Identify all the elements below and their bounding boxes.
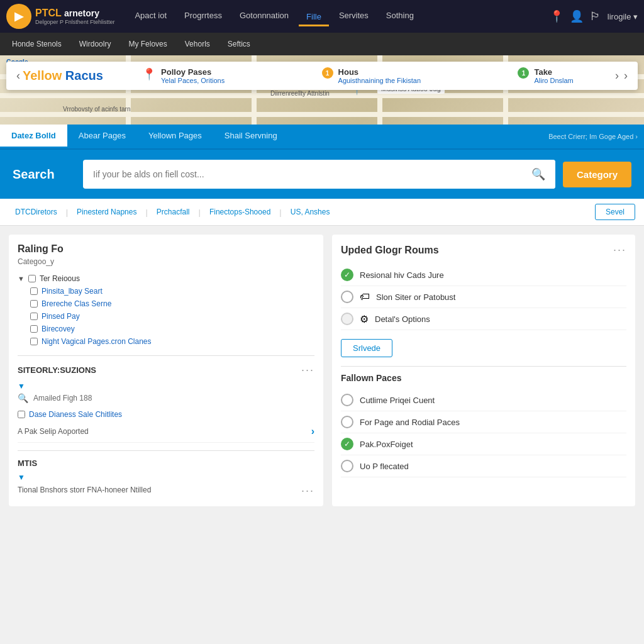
location-icon[interactable]: 📍 [550, 9, 564, 23]
filter-finectops[interactable]: Finectops-Shooed [203, 205, 277, 219]
secondary-navigation: Honde Stenols Wirdoolry My Feloves Vehor… [0, 33, 644, 55]
category-button[interactable]: Category [563, 162, 631, 187]
tree-parent-label: Ter Reioous [40, 274, 80, 283]
section2-arrow: ▼ [18, 473, 314, 482]
carousel-badge-2: 1 [518, 67, 529, 79]
main-content: Raling Fo Categoo_y ▼ Ter Reioous Pinsit… [0, 226, 644, 515]
saved-button[interactable]: Srlvede [341, 339, 392, 357]
status-dot-1 [341, 291, 353, 303]
tree-child-checkbox-2[interactable] [30, 313, 38, 320]
section2-item: Tional Bnshors storr FNA-honeer Ntilled [18, 486, 314, 494]
follow-label-3: Uo P flecated [360, 462, 409, 471]
search-submit-button[interactable]: 🔍 [521, 160, 555, 189]
carousel-item-text-2: Take Aliro Dnslam [534, 67, 573, 84]
status-dot-2 [341, 313, 353, 325]
nav-link-services[interactable]: Servites [331, 6, 376, 27]
logo-text-area: PTCL arnetory Delgoper P Fnlsthent Ftehl… [35, 8, 114, 25]
sevel-button[interactable]: Sevel [595, 204, 635, 220]
follow-label-0: Cutlime Priqei Cuent [360, 396, 435, 405]
tree-children: Pinsita_lbay Seart Brereche Clas Serne P… [18, 285, 314, 348]
filter-row: DTCDiretors | Pinesterd Napnes | Prchacf… [0, 199, 644, 226]
tree-child-3[interactable]: Birecovey [30, 323, 314, 335]
carousel-items: 📍 Polloy Pases Yelal Paces, Oritions 1 H… [103, 67, 613, 84]
tree-child-checkbox-3[interactable] [30, 325, 38, 333]
logo-icon: ▶ [6, 4, 31, 29]
carousel-item-2: 1 Take Aliro Dnslam [518, 67, 573, 84]
filter-pinesterd[interactable]: Pinesterd Napnes [70, 205, 143, 219]
nav-link-goto[interactable]: Gotonnnation [232, 6, 296, 27]
follow-dot-3 [341, 460, 353, 472]
tree-child-checkbox-4[interactable] [30, 338, 38, 345]
tree-child-1[interactable]: Brereche Clas Serne [30, 297, 314, 310]
expand-arrow-icon: ▼ [18, 382, 25, 391]
follow-label-2: Pak.PoxFoiget [360, 440, 413, 449]
top-nav-links: Apact iot Progrrtess Gotonnnation Fille … [127, 6, 536, 27]
tab-shail-servning[interactable]: Shail Servning [213, 125, 289, 148]
tree-child-0[interactable]: Pinsita_lbay Seart [30, 285, 314, 297]
follow-item-2: ✓ Pak.PoxFoiget [341, 433, 626, 455]
left-panel-subtitle: Categoo_y [18, 257, 314, 266]
profile-button[interactable]: lirogile ▾ [608, 12, 638, 21]
search-input-wrap: 🔍 [83, 160, 555, 189]
tree-parent-item[interactable]: ▼ Ter Reioous [18, 272, 314, 285]
follow-item-3: Uo P flecated [341, 455, 626, 477]
status-item-2: ⚙ Detal's Options [341, 308, 626, 330]
follow-dot-2: ✓ [341, 438, 353, 450]
section1-more-dots[interactable]: ··· [301, 364, 314, 377]
tab-abear-pages[interactable]: Abear Pages [67, 125, 137, 148]
user-icon[interactable]: 👤 [570, 9, 584, 23]
tab-yellown-pages[interactable]: Yellown Pages [137, 125, 213, 148]
tree-child-checkbox-0[interactable] [30, 287, 38, 295]
follow-dot-1 [341, 416, 353, 428]
tree-child-label-1: Brereche Clas Serne [42, 299, 111, 308]
status-label-2: Detal's Options [375, 314, 430, 324]
carousel-prev[interactable]: ‹ [14, 67, 23, 85]
sec-nav-vehicles[interactable]: Vehorls [182, 35, 213, 53]
logo: ▶ PTCL arnetory Delgoper P Fnlsthent Fte… [6, 4, 114, 29]
expandable-row[interactable]: A Pak Selip Aoported › [18, 421, 314, 443]
search-bar-section: Search 🔍 Category [0, 150, 644, 199]
right-more-dots[interactable]: ··· [613, 243, 626, 257]
tabs-row: Datez Bolld Abear Pages Yellown Pages Sh… [0, 125, 644, 150]
sec-nav-home[interactable]: Honde Stenols [9, 35, 64, 53]
sec-nav-wirdoolry[interactable]: Wirdoolry [77, 35, 114, 53]
carousel-next-2[interactable]: › [621, 67, 630, 85]
left-panel-title: Raling Fo [18, 243, 314, 255]
search-small-icon: 🔍 [18, 393, 28, 403]
tree-child-2[interactable]: Pinsed Pay [30, 310, 314, 323]
tree-child-label-2: Pinsed Pay [42, 312, 80, 321]
section2-expand-icon: ▼ [18, 473, 25, 482]
search-input[interactable] [83, 162, 521, 187]
carousel-item-text-0: Polloy Pases Yelal Paces, Oritions [161, 67, 225, 84]
tree-child-checkbox-1[interactable] [30, 300, 38, 308]
right-section-header: Upded Glogr Roums ··· [341, 243, 626, 257]
follow-list: Cutlime Priqei Cuent For Page and Rodial… [341, 389, 626, 477]
carousel-logo: Yellow Racus [23, 69, 103, 83]
tree-child-4[interactable]: Night Vagical Pages.cron Clanes [30, 335, 314, 348]
section2-more-dots[interactable]: ··· [301, 484, 314, 497]
status-item-1: 🏷 Slon Siter or Patobust [341, 286, 626, 308]
filter-dtc[interactable]: DTCDiretors [9, 205, 64, 219]
filter-us-anshes[interactable]: US, Anshes [284, 205, 336, 219]
carousel-item-0: 📍 Polloy Pases Yelal Paces, Oritions [142, 67, 225, 84]
sec-nav-favorites[interactable]: My Feloves [126, 35, 169, 53]
nav-link-progress[interactable]: Progrrtess [177, 6, 230, 27]
nav-link-apact[interactable]: Apact iot [127, 6, 174, 27]
divider-2 [18, 450, 314, 451]
carousel-next[interactable]: › [613, 67, 621, 85]
carousel-badge-1: 1 [322, 67, 333, 79]
nav-link-sothing[interactable]: Sothing [379, 6, 421, 27]
status-gear-icon: ⚙ [360, 313, 369, 325]
section1-link-text[interactable]: Dase Dianess Sale Chitlites [29, 410, 122, 419]
top-navigation: ▶ PTCL arnetory Delgoper P Fnlsthent Fte… [0, 0, 644, 33]
follow-item-0: Cutlime Priqei Cuent [341, 389, 626, 411]
sec-nav-seftics[interactable]: Seftics [225, 35, 253, 53]
logo-tagline: Delgoper P Fnlsthent Ftehlistter [35, 19, 114, 25]
flag-icon[interactable]: 🏳 [590, 10, 601, 23]
tree-parent-checkbox[interactable] [28, 275, 36, 282]
filter-prchac[interactable]: Prchacfall [150, 205, 196, 219]
section1-checkbox[interactable] [18, 411, 25, 418]
nav-link-fille[interactable]: Fille [299, 7, 329, 26]
tab-datez-bolld[interactable]: Datez Bolld [0, 125, 67, 148]
status-dot-0: ✓ [341, 269, 353, 281]
